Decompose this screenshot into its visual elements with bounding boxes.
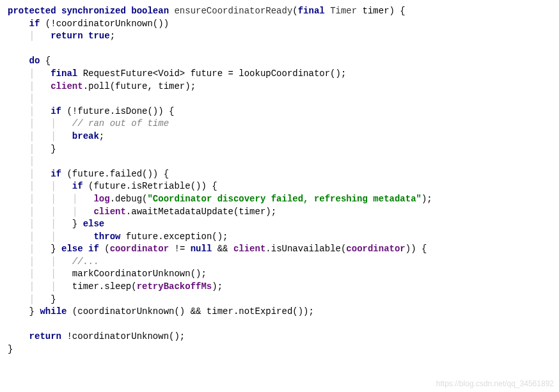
line-return-true: │ return true;: [8, 30, 551, 43]
client-field-2: client: [93, 207, 125, 217]
break-kw: break: [72, 131, 99, 141]
log-field: log: [93, 194, 109, 204]
ran-out-comment: // ran out of time: [72, 118, 169, 129]
line-timer-sleep: │ │ timer.sleep(retryBackoffMs);: [8, 281, 551, 294]
while-kw: while: [40, 306, 67, 317]
blank-line-3: │: [8, 155, 551, 168]
neq: !=: [169, 244, 191, 254]
method-name: ensureCoordinatorReady: [174, 6, 292, 16]
return-kw: return: [29, 331, 61, 341]
modifiers: protected synchronized boolean: [8, 6, 169, 16]
failed-cond: (future.failed()) {: [67, 169, 169, 179]
elseif-kw: else if: [61, 244, 99, 254]
line-while: } while (coordinatorUnknown() && timer.n…: [8, 306, 551, 318]
close-brace-1: }: [51, 144, 56, 154]
while-cond: (coordinatorUnknown() && timer.notExpire…: [67, 306, 313, 317]
line-close-method: }: [8, 343, 551, 356]
line-elseif: │ } else if (coordinator != null && clie…: [8, 243, 551, 256]
line-await: │ │ │ client.awaitMetadataUpdate(timer);: [8, 206, 551, 219]
await-call: .awaitMetadataUpdate(timer);: [126, 207, 276, 217]
line-return-final: return !coordinatorUnknown();: [8, 331, 551, 343]
condition: (!coordinatorUnknown()): [45, 19, 169, 29]
if-kw-3: if: [51, 169, 61, 179]
param-keyword: final: [298, 6, 325, 16]
debug-close: );: [421, 194, 432, 204]
coordinator-field-2: coordinator: [346, 244, 405, 254]
param-type: Timer: [330, 6, 357, 16]
sleep-close: );: [212, 281, 223, 292]
line-comment-time: │ │ // ran out of time: [8, 118, 551, 130]
future-decl: RequestFuture<Void> future = lookupCoord…: [83, 68, 347, 79]
debug-string: "Coordinator discovery failed, refreshin…: [147, 194, 421, 204]
throw-call: future.exception();: [120, 231, 228, 242]
semicolon: ;: [110, 31, 115, 41]
line-dots-comment: │ │ //...: [8, 256, 551, 269]
line-if-notdone: │ if (!future.isDone()) {: [8, 106, 551, 118]
line-throw: │ │ throw future.exception();: [8, 231, 551, 244]
notdone-cond: (!future.isDone()) {: [67, 106, 174, 116]
param-name: timer: [363, 6, 390, 16]
line-signature: protected synchronized boolean ensureCoo…: [8, 5, 551, 18]
dots-comment: //...: [72, 256, 99, 267]
line-break: │ │ break;: [8, 130, 551, 143]
line-else-throw: │ │ } else: [8, 218, 551, 231]
blank-line-4: [8, 318, 551, 331]
final-keyword: final: [51, 68, 77, 79]
elseif-close: }: [51, 244, 61, 254]
close-paren: )) {: [405, 244, 427, 254]
if-keyword: if: [29, 19, 40, 29]
if-kw-4: if: [72, 181, 83, 191]
line-log-debug: │ │ │ log.debug("Coordinator discovery f…: [8, 193, 551, 206]
line-do: do {: [8, 55, 551, 68]
close-brace-2: }: [51, 294, 56, 304]
break-semi: ;: [99, 131, 104, 141]
client-field-3: client: [233, 244, 265, 254]
line-close-2: │ }: [8, 294, 551, 306]
line-if-unknown: if (!coordinatorUnknown()): [8, 18, 551, 31]
mark-unknown-call: markCoordinatorUnknown();: [72, 269, 207, 279]
code-block: protected synchronized boolean ensureCoo…: [8, 5, 551, 356]
do-keyword: do: [29, 56, 40, 66]
line-future-decl: │ final RequestFuture<Void> future = loo…: [8, 68, 551, 81]
and-op: &&: [212, 244, 233, 254]
blank-line: [8, 43, 551, 56]
timer-sleep-pre: timer.sleep(: [72, 281, 137, 292]
else-kw: else: [83, 219, 105, 229]
poll-call: .poll(future, timer);: [83, 81, 196, 91]
close-else-brace: }: [72, 219, 83, 229]
retriable-cond: (future.isRetriable()) {: [88, 181, 217, 191]
coordinator-field-1: coordinator: [110, 244, 169, 254]
throw-kw: throw: [93, 231, 120, 242]
line-mark-unknown: │ │ markCoordinatorUnknown();: [8, 268, 551, 281]
return-expr: !coordinatorUnknown();: [61, 331, 185, 341]
blank-line-2: │: [8, 93, 551, 106]
null-kw: null: [191, 244, 212, 254]
retry-backoff-field: retryBackoffMs: [137, 281, 212, 292]
line-if-retriable: │ │ if (future.isRetriable()) {: [8, 180, 551, 193]
client-field: client: [51, 81, 83, 91]
watermark: https://blog.csdn.net/qq_34561892: [436, 379, 554, 389]
is-unavailable: .isUnavailable(: [265, 244, 346, 254]
line-client-poll: │ client.poll(future, timer);: [8, 81, 551, 93]
line-close-1: │ }: [8, 143, 551, 156]
line-if-failed: │ if (future.failed()) {: [8, 168, 551, 181]
if-kw-2: if: [51, 106, 61, 116]
return-true-kw: return true: [51, 31, 109, 41]
debug-call: .debug(: [110, 194, 148, 204]
